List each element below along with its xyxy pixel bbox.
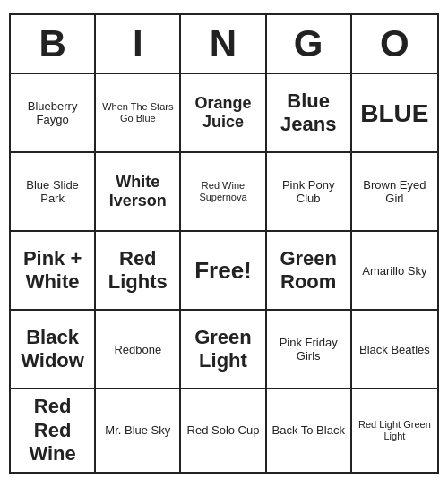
bingo-cell: Back To Black [267, 389, 352, 471]
bingo-cell: Green Light [181, 311, 266, 389]
header-letter: G [267, 15, 352, 73]
bingo-cell: Redbone [96, 311, 181, 389]
bingo-cell: Blueberry Faygo [11, 74, 96, 153]
bingo-cell: Red Light Green Light [352, 389, 437, 471]
bingo-header: BINGO [11, 15, 437, 74]
header-letter: B [11, 15, 96, 73]
header-letter: I [96, 15, 181, 73]
bingo-cell: Blue Jeans [267, 74, 352, 153]
bingo-cell: BLUE [352, 74, 437, 153]
bingo-cell: Red Lights [96, 232, 181, 311]
bingo-cell: Red Solo Cup [181, 389, 266, 471]
bingo-card: BINGO Blueberry FaygoWhen The Stars Go B… [9, 13, 439, 473]
bingo-cell: Green Room [267, 232, 352, 311]
bingo-grid: Blueberry FaygoWhen The Stars Go BlueOra… [11, 74, 437, 471]
bingo-cell: Black Widow [11, 311, 96, 389]
bingo-cell: Amarillo Sky [352, 232, 437, 311]
bingo-cell: Red Red Wine [11, 389, 96, 471]
bingo-cell: Pink Pony Club [267, 153, 352, 232]
bingo-cell: Pink Friday Girls [267, 311, 352, 389]
bingo-cell: Red Wine Supernova [181, 153, 266, 232]
header-letter: N [181, 15, 266, 73]
bingo-cell: Blue Slide Park [11, 153, 96, 232]
bingo-cell: When The Stars Go Blue [96, 74, 181, 153]
bingo-cell: Brown Eyed Girl [352, 153, 437, 232]
bingo-cell: Black Beatles [352, 311, 437, 389]
bingo-cell: White Iverson [96, 153, 181, 232]
bingo-cell: Pink + White [11, 232, 96, 311]
bingo-cell: Free! [181, 232, 266, 311]
bingo-cell: Mr. Blue Sky [96, 389, 181, 471]
bingo-cell: Orange Juice [181, 74, 266, 153]
header-letter: O [352, 15, 437, 73]
